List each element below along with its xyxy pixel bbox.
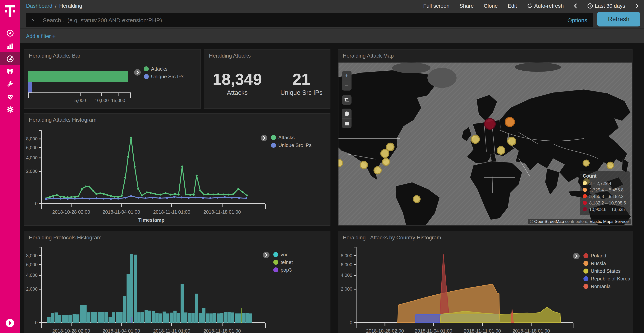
map-point[interactable] — [374, 167, 381, 174]
map-point[interactable] — [386, 143, 394, 151]
panel-heralding-attack-map[interactable]: Heralding Attack Map + − — [338, 49, 632, 226]
refresh-button[interactable]: Refresh — [597, 12, 640, 27]
search-placeholder: Search... (e.g. status:200 AND extension… — [43, 17, 567, 23]
x-axis-tick-label: 2018-10-28 02:00 — [366, 328, 404, 333]
legend-range-label: 10,908.6 – 13,635 — [589, 207, 625, 212]
dashboard-grid: Heralding Attacks Bar 5,00010,00015,000 … — [20, 43, 644, 333]
y-axis-tick-label: 8,000 — [26, 136, 38, 141]
panel-heralding-attacks[interactable]: Heralding Attacks 18,349 Attacks 21 Uniq… — [204, 49, 330, 109]
gear-icon — [6, 106, 14, 114]
y-axis-tick-label: 6,000 — [26, 262, 38, 267]
telekom-logo[interactable] — [0, 0, 20, 22]
legend-expand-icon[interactable] — [262, 251, 270, 259]
legend-dot-icon — [271, 143, 276, 148]
legend-item-pop3[interactable]: pop3 — [273, 266, 293, 273]
map-legend-item: 10,908.6 – 13,635 — [583, 206, 626, 213]
map-fit-data-button[interactable] — [342, 95, 352, 105]
add-filter-link[interactable]: Add a filter + — [26, 33, 56, 39]
legend-label: United States — [591, 268, 620, 274]
time-forward-button[interactable] — [635, 3, 639, 9]
x-axis-tick-label: 2018-10-28 02:00 — [52, 328, 90, 333]
sidebar-item-visualize[interactable] — [0, 40, 20, 52]
heartbeat-icon — [6, 93, 14, 101]
legend-item-attacks[interactable]: Attacks — [271, 134, 312, 141]
compass-icon — [6, 29, 14, 37]
legend-item-attacks[interactable]: Attacks — [144, 65, 184, 73]
kibana-dashboard: Dashboard/Heralding Full screen Share Cl… — [0, 0, 644, 333]
options-link[interactable]: Options — [568, 17, 587, 23]
map-point[interactable] — [338, 160, 343, 167]
protocols-histogram-chart: 02,0004,0006,0008,0002018-10-28 02:00201… — [24, 231, 331, 333]
legend-range-label: 3 – 2,729.4 — [589, 181, 611, 185]
breadcrumb-dashboard-link[interactable]: Dashboard — [26, 3, 52, 9]
legend-range-label: 5,455.8 – 8,182.2 — [589, 194, 624, 199]
legend-item-vnc[interactable]: vnc — [273, 250, 293, 258]
map-draw-rectangle-button[interactable] — [342, 118, 352, 128]
map-draw-polygon-button[interactable] — [342, 109, 352, 118]
panel-heralding-attacks-by-country[interactable]: Heralding - Attacks by Country Histogram… — [338, 231, 632, 333]
sidebar-collapse-button[interactable] — [0, 318, 20, 328]
sidebar-item-discover[interactable] — [0, 27, 20, 40]
sidebar-item-management[interactable] — [0, 103, 20, 116]
share-button[interactable]: Share — [460, 3, 474, 9]
legend-item-unique-src-ips[interactable]: Unique Src IPs — [271, 141, 312, 149]
edit-button[interactable]: Edit — [508, 3, 517, 9]
panel-heralding-protocols-histogram[interactable]: Heralding Protocols Histogram 02,0004,00… — [24, 231, 330, 333]
map-zoom-in-button[interactable]: + — [342, 71, 352, 81]
map-point[interactable] — [381, 149, 389, 157]
search-input[interactable]: >_ Search... (e.g. status:200 AND extens… — [26, 13, 594, 27]
map-point[interactable] — [484, 119, 495, 129]
map-point[interactable] — [497, 147, 505, 154]
legend-expand-icon[interactable] — [134, 69, 141, 76]
legend-item-unique-src-ips[interactable]: Unique Src IPs — [144, 73, 184, 80]
sidebar-item-dashboard[interactable] — [0, 52, 20, 65]
map-point[interactable] — [583, 160, 589, 166]
sidebar-item-tpot[interactable] — [0, 65, 20, 78]
map-point[interactable] — [471, 135, 479, 143]
clock-icon — [587, 3, 593, 9]
map-point[interactable] — [508, 137, 516, 145]
auto-refresh-button[interactable]: Auto-refresh — [527, 3, 564, 9]
topbar-actions: Full screen Share Clone Edit Auto-refres… — [423, 0, 639, 12]
legend-item-poland[interactable]: Poland — [584, 252, 630, 259]
world-map[interactable]: + − — [338, 63, 632, 225]
map-point[interactable] — [382, 158, 390, 165]
t-logo-icon — [4, 4, 16, 18]
map-zoom-out-button[interactable]: − — [342, 81, 352, 91]
legend-label: telnet — [280, 259, 293, 265]
sidebar — [0, 0, 20, 333]
map-point[interactable] — [413, 196, 420, 203]
panel-heralding-attacks-bar[interactable]: Heralding Attacks Bar 5,00010,00015,000 … — [24, 49, 201, 109]
legend-item-united-states[interactable]: United States — [584, 267, 630, 275]
x-axis-tick-label: 2018-11-11 01:00 — [153, 209, 190, 215]
panel-heralding-attacks-histogram[interactable]: Heralding Attacks Histogram 02,0004,0006… — [24, 113, 330, 226]
x-axis-tick-label: 2018-10-28 02:00 — [52, 209, 90, 215]
legend-item-romania[interactable]: Romania — [584, 282, 630, 290]
series-poland — [440, 254, 450, 323]
map-point[interactable] — [360, 161, 368, 169]
legend-expand-icon[interactable] — [260, 134, 268, 142]
y-axis-tick-label: 6,000 — [26, 145, 38, 150]
legend-item-republic-of-korea[interactable]: Republic of Korea — [584, 275, 630, 282]
time-range-picker[interactable]: Last 30 days — [587, 3, 625, 9]
map-point[interactable] — [505, 117, 514, 127]
map-legend-item: 5,455.8 – 8,182.2 — [583, 193, 626, 199]
openstreetmap-link[interactable]: OpenStreetMap — [534, 219, 564, 224]
legend-expand-icon[interactable] — [573, 252, 580, 260]
map-point[interactable] — [607, 162, 614, 169]
legend-range-label: 2,729.4 – 5,455.8 — [589, 187, 624, 192]
legend-item-telnet[interactable]: telnet — [273, 258, 293, 266]
legend-dot-icon — [584, 276, 588, 281]
sidebar-item-devtools[interactable] — [0, 78, 20, 91]
map-legend-item: 3 – 2,729.4 — [583, 180, 626, 186]
y-axis-tick-label: 2,000 — [26, 286, 38, 291]
top-nav-bar: Dashboard/Heralding Full screen Share Cl… — [20, 0, 644, 12]
time-back-button[interactable] — [574, 3, 577, 9]
clone-button[interactable]: Clone — [484, 3, 498, 9]
legend-item-russia[interactable]: Russia — [584, 259, 630, 267]
legend-dot-icon — [273, 252, 278, 257]
sidebar-nav — [0, 27, 20, 116]
sidebar-item-monitoring[interactable] — [0, 91, 20, 103]
full-screen-button[interactable]: Full screen — [423, 3, 450, 9]
elastic-maps-service-link[interactable]: Elastic Maps Service — [590, 219, 629, 224]
